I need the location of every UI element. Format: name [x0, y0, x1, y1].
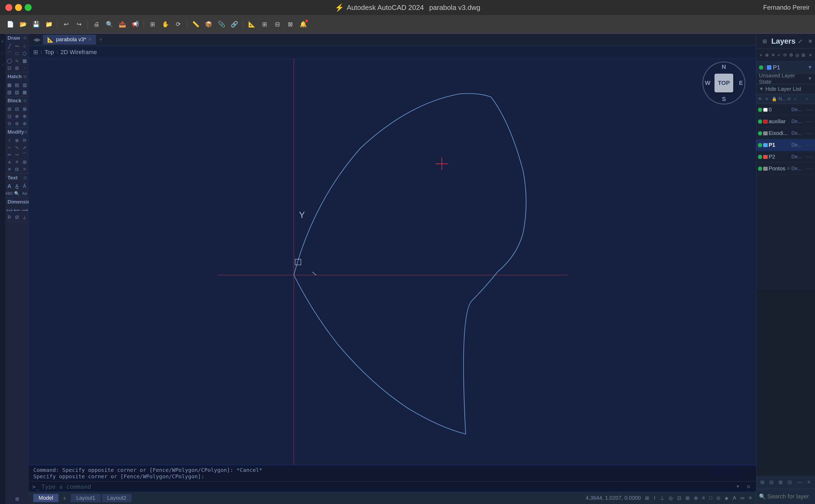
layer-iso-btn[interactable]: ◎ — [795, 51, 800, 59]
insert-btn[interactable]: 📦 — [202, 18, 215, 30]
units-btn[interactable]: ㎜ — [740, 495, 745, 501]
trim-tool[interactable]: ✂ — [6, 151, 13, 158]
annotmon-btn[interactable]: A — [733, 495, 736, 501]
hatch-header[interactable]: Hatch ⚙ — [5, 72, 29, 81]
layer-new-btn[interactable]: + — [758, 51, 764, 59]
panel-expand-btn[interactable]: ⤢ — [795, 37, 805, 46]
tab-options[interactable]: ◀▶ — [32, 37, 42, 43]
layer-current-btn[interactable]: ✓ — [777, 51, 782, 59]
preview-btn[interactable]: 🔍 — [103, 18, 115, 30]
hatch-remove-tool[interactable]: ▩ — [21, 89, 28, 96]
fillet-tool[interactable]: ⌒ — [21, 151, 28, 158]
otrack-btn[interactable]: ⊞ — [686, 495, 690, 501]
layout1-tab[interactable]: Layout1 — [71, 494, 100, 502]
orbit-btn[interactable]: ⟳ — [172, 18, 184, 30]
command-settings-btn[interactable]: ⚙ — [744, 482, 753, 491]
measure-btn[interactable]: 📏 — [190, 18, 201, 30]
rp-collapse-btn[interactable]: — — [796, 478, 804, 487]
qprop-btn[interactable]: ⊙ — [716, 495, 720, 501]
dtext-tool[interactable]: A̲ — [13, 183, 20, 190]
block-attdef-tool[interactable]: ⊡ — [6, 113, 13, 120]
array-tool[interactable]: ⊞ — [21, 159, 28, 166]
unsaved-dropdown-icon[interactable]: ▼ — [808, 76, 812, 81]
selection-btn[interactable]: ◈ — [725, 495, 729, 501]
mirror-tool[interactable]: ↔ — [6, 144, 13, 151]
current-layer-dropdown-icon[interactable]: ▼ — [808, 65, 812, 70]
open-file-btn[interactable]: 📂 — [17, 18, 29, 30]
block-create-tool[interactable]: ⊟ — [13, 106, 20, 112]
text-scale-tool[interactable]: Aa — [21, 190, 28, 197]
hatch-gear-icon[interactable]: ⚙ — [23, 74, 27, 79]
hatch-tool[interactable]: ▦ — [21, 57, 28, 64]
add-layout-btn[interactable]: ＋ — [59, 494, 70, 502]
plot-btn[interactable]: 🖨 — [91, 18, 102, 30]
polygon-tool[interactable]: ⬡ — [21, 50, 28, 57]
properties-tool[interactable]: ⊞ — [6, 495, 28, 503]
block-xref-tool[interactable]: ⊚ — [13, 120, 20, 127]
hatch-edit-tool[interactable]: ▧ — [6, 89, 13, 96]
radius-dim-tool[interactable]: R — [6, 214, 13, 221]
block-gear-icon[interactable]: ⚙ — [23, 98, 27, 103]
block-palette-btn[interactable]: ⊞ — [259, 18, 271, 30]
textstyle-tool[interactable]: Ā — [21, 183, 28, 190]
rp-btn-1[interactable]: ⊞ — [758, 478, 767, 487]
rp-settings-btn[interactable]: ≡ — [805, 478, 813, 487]
model-tab[interactable]: Model — [33, 494, 58, 502]
layer-row-pontos[interactable]: Pontos ⚙ De... —— — [756, 163, 815, 175]
drawing-area[interactable]: ⊞ | Top | 2D Wireframe — [29, 46, 756, 504]
group-btn[interactable]: ⊟ — [272, 18, 283, 30]
saveas-btn[interactable]: 📁 — [43, 18, 55, 30]
dimension-header[interactable]: Dimension ⚙ — [5, 198, 29, 206]
arc-tool[interactable]: ⌒ — [6, 50, 13, 57]
new-file-btn[interactable]: 📄 — [4, 18, 16, 30]
xref-btn[interactable]: 🔗 — [228, 18, 240, 30]
extend-tool[interactable]: ⤳ — [13, 151, 20, 158]
block-insert-tool[interactable]: ⊞ — [6, 106, 13, 112]
layer-search-input[interactable] — [767, 493, 815, 500]
hatch-pick-tool[interactable]: ▦ — [6, 81, 13, 88]
rp-btn-4[interactable]: ⊡ — [786, 478, 794, 487]
aligned-dim-tool[interactable]: ⟵ — [13, 207, 20, 214]
lineweight-btn[interactable]: ≡ — [702, 495, 705, 501]
text-header[interactable]: Text ⚙ — [5, 174, 29, 182]
ordinate-dim-tool[interactable]: ⊥ — [21, 214, 28, 221]
hatch-recr-tool[interactable]: ▨ — [13, 89, 20, 96]
snap-btn[interactable]: ⌇ — [654, 495, 656, 501]
grid-btn[interactable]: ⊞ — [645, 495, 649, 501]
command-input[interactable] — [42, 483, 732, 490]
block-attedit-tool[interactable]: ⊕ — [13, 113, 20, 120]
polyline-tool[interactable]: 〜 — [13, 43, 20, 50]
mtext-tool[interactable]: A — [6, 183, 13, 190]
modify-header[interactable]: Modify ⚙ — [5, 128, 29, 136]
find-tool[interactable]: 🔍 — [13, 190, 20, 197]
block-wblock-tool[interactable]: ⊗ — [21, 113, 28, 120]
viewport-btn[interactable]: ⊞ — [146, 18, 158, 30]
point-tool[interactable]: · — [21, 65, 28, 72]
layer-delete-btn[interactable]: ✕ — [771, 51, 776, 59]
rp-btn-3[interactable]: ⊠ — [777, 478, 785, 487]
draw-header[interactable]: Draw ⚙ — [5, 34, 29, 42]
rotate-tool[interactable]: ⟳ — [21, 137, 28, 144]
layout-mgr-btn[interactable]: 📐 — [246, 18, 258, 30]
rectangle-tool[interactable]: □ — [13, 50, 20, 57]
block-header[interactable]: Block ⚙ — [5, 96, 29, 105]
linear-dim-tool[interactable]: ⟺ — [6, 207, 13, 214]
tab-close-icon[interactable]: ✕ — [88, 37, 92, 42]
strip-btn-2[interactable]: □ — [1, 48, 5, 58]
canvas-area[interactable]: Y — [29, 59, 756, 504]
block-edit-tool[interactable]: ⊠ — [21, 106, 28, 112]
ortho-btn[interactable]: ⊥ — [660, 495, 665, 501]
layer-row-p1[interactable]: P1 De... —— — [756, 139, 815, 151]
region-tool[interactable]: ⊡ — [6, 65, 13, 72]
hatch-gradient-tool[interactable]: ▥ — [21, 81, 28, 88]
command-dropdown-btn[interactable]: ▼ — [734, 482, 742, 491]
strip-btn-3[interactable]: ≡ — [1, 59, 5, 70]
line-tool[interactable]: ╱ — [6, 43, 13, 50]
rp-btn-2[interactable]: ⊟ — [768, 478, 776, 487]
modify-gear-icon[interactable]: ⚙ — [24, 130, 28, 135]
notify-btn[interactable]: 🔔 — [297, 18, 309, 30]
text-gear-icon[interactable]: ⚙ — [23, 175, 27, 180]
layer-options-btn[interactable]: ≡ — [808, 51, 813, 59]
pan-btn[interactable]: ✋ — [159, 18, 171, 30]
layer-merge-btn[interactable]: ⊞ — [801, 51, 806, 59]
